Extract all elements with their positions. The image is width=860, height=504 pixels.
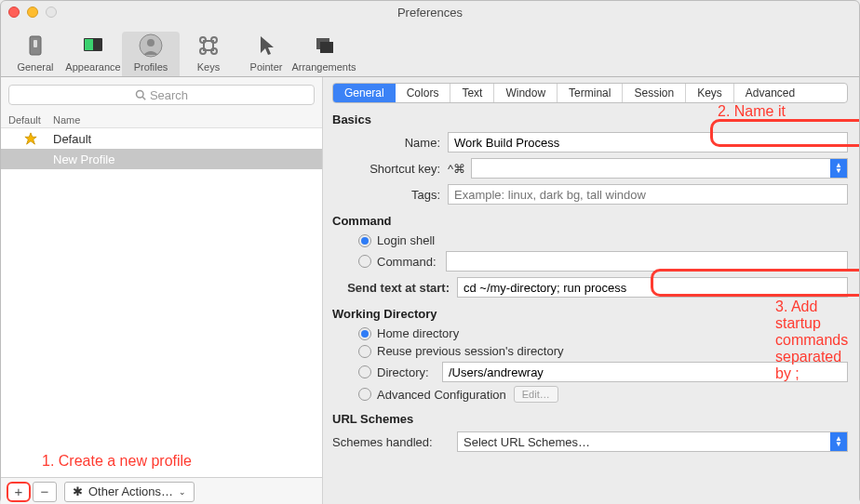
command-heading: Command [332, 214, 848, 228]
toolbar-profiles[interactable]: Profiles [122, 32, 180, 76]
svg-marker-15 [25, 133, 36, 144]
toolbar-label: Pointer [250, 61, 283, 73]
tab-window[interactable]: Window [494, 84, 558, 102]
profile-row[interactable]: Default [1, 128, 322, 149]
svg-rect-12 [320, 42, 333, 53]
home-dir-radio[interactable] [358, 327, 371, 340]
toolbar-keys[interactable]: Keys [180, 32, 237, 76]
send-text-label: Send text at start: [332, 281, 457, 295]
svg-point-5 [147, 39, 155, 46]
directory-radio[interactable] [358, 365, 371, 378]
profile-tabs: General Colors Text Window Terminal Sess… [332, 83, 848, 103]
command-label: Command: [377, 255, 446, 269]
url-schemes-heading: URL Schemes [332, 412, 848, 426]
annotation-1: 1. Create a new profile [42, 453, 192, 470]
tab-general[interactable]: General [333, 84, 396, 102]
tab-advanced[interactable]: Advanced [734, 84, 806, 102]
svg-line-14 [142, 97, 145, 99]
profiles-icon [137, 32, 165, 60]
gear-icon: ✱ [73, 484, 83, 498]
annotation-2: 2. Name it [718, 103, 786, 120]
column-name[interactable]: Name [53, 114, 315, 126]
home-dir-label: Home directory [377, 326, 459, 340]
profile-name: New Profile [8, 153, 114, 166]
search-icon [135, 89, 146, 100]
login-shell-label: Login shell [377, 233, 435, 247]
search-input[interactable]: Search [8, 85, 315, 105]
toolbar-label: Appearance [65, 61, 120, 73]
default-star-icon [8, 132, 53, 145]
other-actions-menu[interactable]: ✱ Other Actions… ⌄ [64, 482, 195, 502]
svg-rect-1 [34, 40, 37, 47]
arrangements-icon [310, 32, 338, 60]
command-radio[interactable] [358, 255, 371, 268]
name-field[interactable] [448, 132, 848, 153]
shortcut-label: Shortcut key: [332, 162, 448, 176]
svg-rect-3 [85, 39, 93, 50]
directory-label: Directory: [377, 365, 442, 379]
toolbar-appearance[interactable]: Appearance [64, 32, 122, 76]
working-dir-heading: Working Directory [332, 307, 848, 321]
remove-profile-button[interactable]: − [33, 482, 57, 502]
profile-name: Default [53, 132, 91, 146]
toolbar-label: General [17, 61, 53, 73]
schemes-label: Schemes handled: [332, 435, 457, 449]
toolbar-general[interactable]: General [7, 32, 64, 76]
reuse-dir-radio[interactable] [358, 345, 371, 358]
advanced-config-label: Advanced Configuration [377, 388, 506, 402]
login-shell-radio[interactable] [358, 234, 371, 247]
preferences-toolbar: General Appearance Profiles Keys Pointer [1, 20, 859, 77]
send-text-field[interactable] [457, 277, 848, 298]
sidebar-footer: + − ✱ Other Actions… ⌄ [1, 477, 322, 504]
tab-colors[interactable]: Colors [396, 84, 451, 102]
general-icon [21, 32, 49, 60]
schemes-placeholder: Select URL Schemes… [464, 435, 590, 449]
reuse-dir-label: Reuse previous session's directory [377, 344, 563, 358]
tab-session[interactable]: Session [623, 84, 686, 102]
column-default[interactable]: Default [8, 114, 53, 126]
tags-field[interactable] [448, 184, 848, 205]
tags-label: Tags: [332, 188, 448, 202]
annotation-3: 3. Add startup commands separated by ; [775, 298, 859, 382]
toolbar-label: Keys [197, 61, 220, 73]
svg-point-13 [136, 91, 143, 99]
advanced-config-radio[interactable] [358, 388, 371, 401]
command-field[interactable] [446, 251, 848, 272]
tab-keys[interactable]: Keys [686, 84, 734, 102]
tab-text[interactable]: Text [450, 84, 494, 102]
shortcut-prefix: ^⌘ [448, 162, 471, 176]
dropdown-arrows-icon: ▲▼ [830, 159, 847, 178]
add-profile-button[interactable]: + [7, 482, 31, 502]
appearance-icon [79, 32, 107, 60]
toolbar-label: Profiles [134, 61, 168, 73]
profiles-sidebar: Search Default Name Default New Profile … [1, 77, 323, 504]
tab-terminal[interactable]: Terminal [558, 84, 623, 102]
name-label: Name: [332, 136, 448, 150]
profile-list-header: Default Name [1, 113, 322, 128]
edit-button[interactable]: Edit… [514, 386, 558, 403]
toolbar-pointer[interactable]: Pointer [237, 32, 295, 76]
search-placeholder: Search [150, 88, 188, 102]
shortcut-select[interactable]: ▲▼ [471, 158, 848, 179]
window-title: Preferences [1, 6, 859, 20]
preferences-window: Preferences General Appearance Profiles … [0, 0, 860, 504]
keys-icon [195, 32, 222, 60]
dropdown-arrows-icon: ▲▼ [830, 432, 847, 451]
titlebar: Preferences [1, 1, 859, 20]
profile-settings-panel: General Colors Text Window Terminal Sess… [323, 77, 859, 504]
chevron-down-icon: ⌄ [179, 487, 186, 497]
schemes-select[interactable]: Select URL Schemes… ▲▼ [457, 431, 848, 452]
other-actions-label: Other Actions… [88, 484, 173, 498]
pointer-icon [252, 32, 280, 60]
profile-row-selected[interactable]: New Profile [1, 149, 322, 169]
toolbar-label: Arrangements [291, 61, 356, 73]
toolbar-arrangements[interactable]: Arrangements [295, 32, 353, 76]
